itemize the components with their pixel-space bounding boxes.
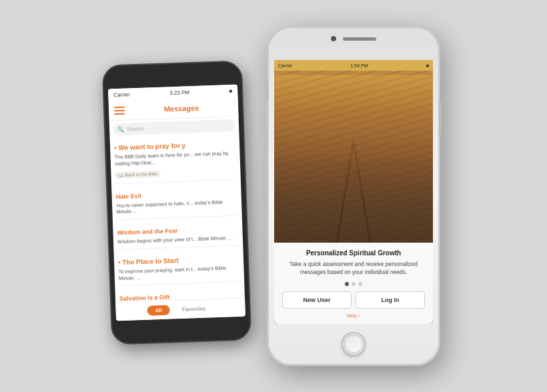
msg-body-2: You're never supposed to hate, ri... tod… (116, 198, 238, 215)
phone-left-screen: Carrier 3:23 PM ■ Messages 🔍 Search (108, 85, 245, 321)
msg-title-2: Hate Evil (115, 192, 141, 199)
app-title: Messages (130, 102, 233, 113)
home-button[interactable] (342, 332, 366, 356)
dot-1 (345, 282, 349, 286)
time-right: 1:54 PM (351, 63, 368, 68)
msg-body-1: The BttB Daily team is here for yo... we… (114, 150, 236, 167)
dot-2 (352, 282, 356, 286)
dot-3 (358, 282, 362, 286)
skip-link[interactable]: Skip › (347, 313, 360, 319)
list-item[interactable]: • The Place to Start To improve your pra… (118, 251, 241, 287)
action-buttons: New User Log In (282, 291, 425, 309)
msg-body-3: Wisdom begins with your view of t... Bib… (117, 235, 239, 245)
list-item[interactable]: Wisdom and the Fear Wisdom begins with y… (117, 221, 239, 250)
phone-top-bar (331, 36, 376, 41)
onboarding-description: Take a quick assessment and receive pers… (282, 261, 425, 277)
dots-indicator (282, 282, 425, 286)
home-button-inner (344, 335, 363, 353)
tab-bar: All Favorites (115, 298, 245, 321)
svg-rect-16 (274, 75, 433, 205)
camera-icon (331, 36, 336, 41)
search-bar[interactable]: 🔍 Search (113, 119, 235, 135)
carrier-left: Carrier (113, 91, 130, 98)
scene: Carrier 3:23 PM ■ Messages 🔍 Search (0, 0, 547, 392)
power-button (243, 128, 245, 155)
onboarding-screen: Personalized Spiritual Growth Take a qui… (274, 60, 433, 324)
new-user-button[interactable]: New User (282, 291, 352, 309)
power-button-right (439, 101, 442, 135)
time-left: 3:23 PM (169, 89, 189, 96)
search-placeholder: Search (127, 125, 144, 132)
msg-title-1: We want to pray for y (118, 141, 185, 151)
volume-button (265, 81, 268, 100)
msg-title-3: Wisdom and the Fear (117, 227, 177, 236)
tab-favorites[interactable]: Favorites (174, 303, 214, 315)
msg-body-4: To improve your praying, start in t... t… (118, 265, 240, 282)
message-list: • We want to pray for y The BttB Daily t… (110, 134, 245, 321)
bible-badge-text: Back to the Bible (125, 171, 157, 177)
bible-badge: 📖 Back to the Bible (115, 170, 160, 178)
phone-right-screen: Personalized Spiritual Growth Take a qui… (274, 60, 433, 324)
phone-right: Carrier 1:54 PM ■ (267, 26, 440, 366)
login-button[interactable]: Log In (356, 291, 425, 309)
phone-left: Carrier 3:23 PM ■ Messages 🔍 Search (102, 60, 252, 345)
onboarding-panel: Personalized Spiritual Growth Take a qui… (274, 243, 433, 324)
list-item[interactable]: Hate Evil You're never supposed to hate,… (115, 185, 238, 220)
carrier-right: Carrier (278, 63, 292, 68)
onboarding-title: Personalized Spiritual Growth (282, 249, 425, 257)
speaker-slot (343, 37, 376, 41)
msg-title-4: The Place to Start (122, 257, 179, 266)
skip-row: Skip › (282, 313, 425, 319)
status-bar-right: Carrier 1:54 PM ■ (274, 60, 433, 71)
hamburger-icon[interactable] (114, 106, 125, 115)
search-icon: 🔍 (117, 126, 124, 132)
list-item[interactable]: • We want to pray for y The BttB Daily t… (114, 137, 237, 184)
app-header: Messages (109, 97, 239, 121)
battery-right: ■ (426, 63, 429, 68)
battery-left: ■ (229, 87, 232, 93)
tab-all[interactable]: All (147, 305, 170, 315)
